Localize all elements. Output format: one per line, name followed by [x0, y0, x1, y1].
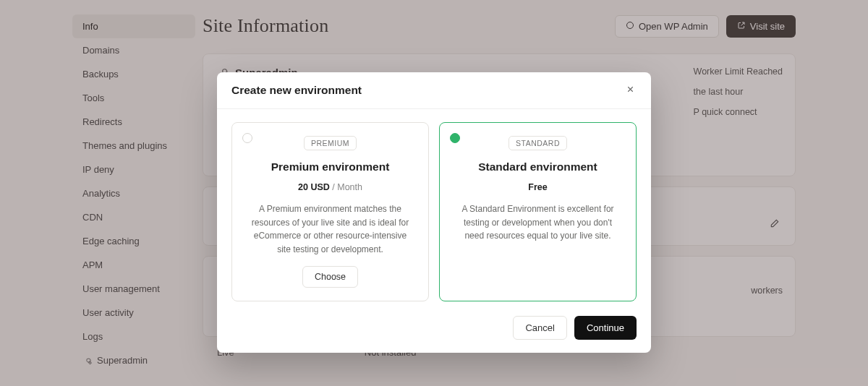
continue-button[interactable]: Continue — [574, 316, 637, 340]
svg-point-0 — [626, 22, 633, 28]
link-last-hour[interactable]: the last hour — [694, 87, 783, 97]
plan-name: Standard environment — [451, 160, 624, 173]
visit-site-button[interactable]: Visit site — [726, 15, 796, 38]
sidebar-item-label: Edge caching — [82, 236, 140, 246]
wordpress-icon — [626, 21, 634, 32]
modal: Create new environment PREMIUM Premium e… — [217, 72, 651, 353]
sidebar-item-superadmin[interactable]: Superadmin — [72, 348, 195, 372]
modal-header: Create new environment — [217, 72, 651, 109]
sidebar-item-backups[interactable]: Backups — [72, 62, 195, 86]
workers-label: workers — [751, 286, 783, 296]
plan-card-premium[interactable]: PREMIUM Premium environment 20 USD / Mon… — [231, 122, 429, 301]
plan-description: A Premium environment matches the resour… — [244, 202, 417, 256]
plan-price: Free — [451, 182, 624, 192]
sidebar-item-themes[interactable]: Themes and plugins — [72, 134, 195, 158]
modal-title: Create new environment — [231, 84, 362, 97]
radio-icon — [450, 133, 460, 143]
radio-icon — [242, 133, 252, 143]
right-links: Worker Limit Reached the last hour P qui… — [694, 67, 783, 117]
price-value: 20 USD — [298, 182, 330, 192]
plan-name: Premium environment — [244, 160, 417, 173]
sidebar-item-useractivity[interactable]: User activity — [72, 301, 195, 325]
button-label: Open WP Admin — [639, 21, 708, 32]
plan-pill: STANDARD — [509, 136, 567, 150]
sidebar-item-ipdeny[interactable]: IP deny — [72, 158, 195, 181]
plan-price: 20 USD / Month — [244, 182, 417, 192]
sidebar-item-redirects[interactable]: Redirects — [72, 110, 195, 134]
link-worker-limit[interactable]: Worker Limit Reached — [694, 67, 783, 77]
sidebar-item-label: User management — [82, 283, 160, 294]
close-icon — [626, 84, 635, 97]
sidebar-item-label: Info — [82, 21, 98, 32]
top-actions: Open WP Admin Visit site — [615, 15, 796, 38]
sidebar-item-label: APM — [82, 260, 103, 270]
sidebar-item-label: Tools — [82, 93, 104, 103]
modal-body: PREMIUM Premium environment 20 USD / Mon… — [217, 109, 651, 306]
sidebar-item-label: Redirects — [82, 116, 122, 127]
sidebar-item-label: Backups — [82, 69, 119, 80]
sidebar-item-logs[interactable]: Logs — [72, 325, 195, 348]
topbar: Site Information Open WP Admin Visit sit… — [203, 9, 796, 43]
sidebar-item-analytics[interactable]: Analytics — [72, 181, 195, 205]
close-button[interactable] — [624, 84, 637, 97]
sidebar-item-label: Superadmin — [97, 355, 148, 366]
sidebar-item-apm[interactable]: APM — [72, 253, 195, 277]
choose-button[interactable]: Choose — [302, 266, 358, 288]
sidebar-item-domains[interactable]: Domains — [72, 38, 195, 62]
plan-card-standard[interactable]: STANDARD Standard environment Free A Sta… — [439, 122, 637, 301]
link-quick-connect[interactable]: P quick connect — [694, 107, 783, 117]
external-link-icon — [737, 21, 746, 32]
cancel-button[interactable]: Cancel — [513, 316, 566, 340]
sidebar-item-label: Domains — [82, 45, 119, 56]
sidebar-item-label: Logs — [82, 331, 103, 342]
sidebar-item-tools[interactable]: Tools — [72, 86, 195, 110]
page-title: Site Information — [203, 15, 328, 37]
sidebar-item-edgecaching[interactable]: Edge caching — [72, 229, 195, 253]
wrench-icon — [82, 356, 93, 366]
sidebar-item-cdn[interactable]: CDN — [72, 205, 195, 229]
sidebar-item-label: Themes and plugins — [82, 140, 167, 151]
open-wp-admin-button[interactable]: Open WP Admin — [615, 15, 719, 38]
sidebar-item-label: User activity — [82, 307, 134, 318]
plan-pill: PREMIUM — [304, 136, 357, 150]
pencil-icon — [770, 218, 780, 231]
price-value: Free — [528, 182, 547, 192]
plan-description: A Standard Environment is excellent for … — [451, 202, 624, 243]
sidebar-item-label: IP deny — [82, 164, 114, 175]
edit-button[interactable] — [767, 217, 783, 233]
modal-footer: Cancel Continue — [217, 306, 651, 353]
sidebar: Info Domains Backups Tools Redirects The… — [72, 9, 195, 386]
sidebar-item-label: CDN — [82, 212, 103, 223]
price-per: / Month — [330, 182, 362, 192]
sidebar-item-info[interactable]: Info — [72, 14, 195, 38]
button-label: Visit site — [750, 21, 785, 32]
sidebar-item-usermgmt[interactable]: User management — [72, 277, 195, 301]
sidebar-item-label: Analytics — [82, 188, 120, 199]
